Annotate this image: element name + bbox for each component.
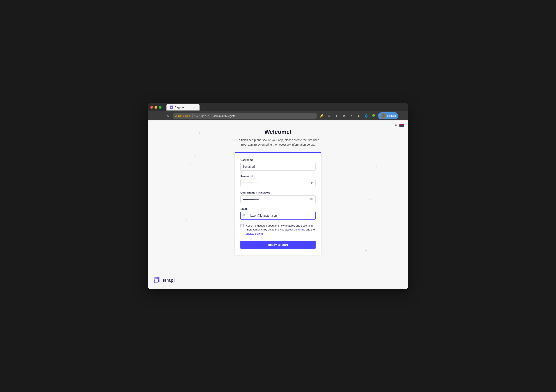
- decoration-plus-4: +: [364, 248, 367, 253]
- username-label: Username: [240, 158, 316, 161]
- checkbox-text-3: ).: [262, 232, 263, 235]
- new-tab-button[interactable]: +: [200, 104, 206, 110]
- email-input-wrapper: @: [240, 212, 316, 220]
- confirm-password-label: Confirmation Password: [240, 191, 316, 194]
- confirm-password-field-group: Confirmation Password 👁: [240, 191, 316, 203]
- page-content: EN + + + + Welcome! To finish setup and …: [148, 120, 408, 289]
- traffic-lights: [150, 106, 162, 109]
- flag-icon: [400, 124, 404, 127]
- welcome-title: Welcome!: [235, 129, 321, 135]
- decoration-plus-3: +: [189, 162, 192, 166]
- welcome-description: To finish setup and secure your app, ple…: [235, 138, 321, 147]
- maximize-window-button[interactable]: [159, 106, 162, 109]
- register-form-card: Username Password 👁 Confirmation Passwo: [235, 152, 321, 255]
- decoration-dot-1: [194, 155, 196, 157]
- decoration-plus-2: +: [368, 131, 370, 136]
- tab-title: Register: [175, 106, 191, 109]
- newsletter-checkbox-row: Keep me updated about the new features a…: [240, 224, 316, 236]
- paused-button[interactable]: 👤 Paused: [378, 112, 398, 119]
- layers-icon[interactable]: ⧉: [341, 113, 347, 119]
- tab-favicon-icon: ■: [170, 106, 173, 109]
- language-selector[interactable]: EN: [394, 124, 404, 127]
- close-window-button[interactable]: [150, 106, 153, 109]
- url-text: 167.172.202.57/admin/auth/register: [194, 115, 236, 117]
- confirm-password-input-wrapper: 👁: [240, 195, 316, 203]
- terms-link[interactable]: terms: [298, 228, 305, 231]
- password-input[interactable]: [240, 179, 316, 187]
- form-inner: Username Password 👁 Confirmation Passwo: [235, 153, 321, 255]
- paused-label: Paused: [387, 115, 396, 117]
- newsletter-label: Keep me updated about the new features a…: [246, 224, 316, 236]
- password-input-wrapper: 👁: [240, 179, 316, 187]
- active-tab[interactable]: ■ Register ✕: [166, 104, 200, 110]
- tab-close-button[interactable]: ✕: [193, 106, 196, 109]
- strapi-logo: strapi: [153, 277, 175, 284]
- email-field-group: Email @: [240, 207, 316, 220]
- email-label: Email: [240, 207, 316, 210]
- username-input[interactable]: [240, 163, 316, 171]
- minimize-window-button[interactable]: [154, 106, 157, 109]
- email-at-symbol: @: [241, 212, 248, 219]
- tab-bar: ■ Register ✕ +: [166, 104, 406, 110]
- meet-icon[interactable]: ▶: [356, 113, 362, 119]
- decoration-dot-2: [376, 166, 377, 167]
- back-button[interactable]: ←: [150, 113, 156, 119]
- check-circle-icon[interactable]: ✓: [348, 113, 354, 119]
- refresh-button[interactable]: ↻: [165, 113, 171, 119]
- decoration-plus-1: +: [199, 131, 201, 136]
- browser-actions: 🔑 ☆ ℹ ⧉ ✓ ▶ 🌐 🧩 👤 Paused ⋮: [319, 112, 406, 119]
- checkbox-text-2: and the: [305, 228, 315, 231]
- password-label: Password: [240, 175, 316, 178]
- main-form-area: Welcome! To finish setup and secure your…: [148, 120, 408, 267]
- warning-icon: ⚠: [175, 115, 178, 117]
- address-bar: ← → ↻ ⚠ Not Secure | 167.172.202.57/admi…: [148, 111, 408, 120]
- decoration-dot-4: [369, 199, 370, 200]
- password-field-group: Password 👁: [240, 175, 316, 187]
- submit-button[interactable]: Ready to start: [240, 241, 316, 249]
- password-toggle-icon[interactable]: 👁: [310, 181, 313, 185]
- more-options-icon[interactable]: ⋮: [400, 113, 406, 119]
- strapi-icon: [153, 277, 160, 284]
- avatar: 👤: [381, 113, 386, 119]
- extensions-icon[interactable]: 🧩: [371, 113, 377, 119]
- not-secure-indicator: ⚠ Not Secure: [175, 115, 191, 117]
- strapi-brand-name: strapi: [162, 277, 175, 283]
- language-code: EN: [394, 124, 398, 127]
- email-input[interactable]: [248, 212, 315, 219]
- info-icon[interactable]: ℹ: [333, 113, 339, 119]
- welcome-section: Welcome! To finish setup and secure your…: [235, 129, 321, 147]
- confirm-password-toggle-icon[interactable]: 👁: [310, 197, 313, 201]
- browser-window: ■ Register ✕ + ← → ↻ ⚠ Not Secure | 167.…: [148, 103, 408, 289]
- privacy-policy-link[interactable]: privacy policy: [246, 232, 262, 235]
- key-icon: 🔑: [319, 113, 324, 119]
- globe-icon[interactable]: 🌐: [363, 113, 369, 119]
- not-secure-label: Not Secure: [178, 115, 191, 117]
- username-field-group: Username: [240, 158, 316, 171]
- title-bar: ■ Register ✕ +: [148, 103, 408, 111]
- decoration-dot-3: [186, 220, 187, 221]
- star-icon[interactable]: ☆: [326, 113, 332, 119]
- confirm-password-input[interactable]: [240, 195, 316, 203]
- forward-button[interactable]: →: [158, 113, 163, 119]
- url-bar[interactable]: ⚠ Not Secure | 167.172.202.57/admin/auth…: [173, 113, 317, 119]
- newsletter-checkbox[interactable]: [240, 224, 244, 227]
